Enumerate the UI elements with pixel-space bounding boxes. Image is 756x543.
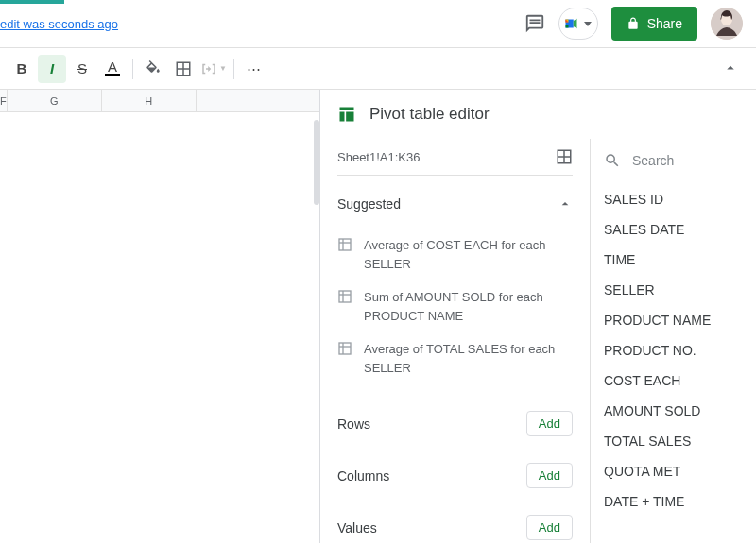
select-range-icon[interactable] <box>556 148 573 165</box>
svg-rect-11 <box>339 291 351 302</box>
field-item[interactable]: SALES ID <box>604 184 756 214</box>
italic-button[interactable]: I <box>38 55 66 83</box>
suggestion-item[interactable]: Sum of AMOUNT SOLD for each PRODUCT NAME <box>337 280 573 332</box>
suggested-section-header[interactable]: Suggested <box>337 196 573 212</box>
spreadsheet-grid[interactable]: F G H <box>0 90 319 543</box>
merge-cells-button[interactable]: ▼ <box>199 55 228 83</box>
add-values-button[interactable]: Add <box>526 515 573 540</box>
field-item[interactable]: PRODUCT NO. <box>604 335 756 365</box>
field-item[interactable]: SELLER <box>604 275 756 305</box>
fill-color-button[interactable] <box>139 55 167 83</box>
text-color-button[interactable]: A <box>98 55 127 83</box>
avatar[interactable] <box>711 8 743 40</box>
field-item[interactable]: TIME <box>604 245 756 275</box>
rows-section: Rows Add <box>337 411 573 436</box>
suggestion-text: Average of COST EACH for each SELLER <box>364 236 573 273</box>
pivot-suggestion-icon <box>337 289 352 325</box>
pivot-suggestion-icon <box>337 237 352 273</box>
column-header[interactable]: H <box>102 90 197 111</box>
field-item[interactable]: AMOUNT SOLD <box>604 396 756 426</box>
pivot-suggestion-icon <box>337 341 352 377</box>
suggestion-item[interactable]: Average of TOTAL SALES for each SELLER <box>337 332 573 384</box>
vertical-scrollbar[interactable] <box>314 120 319 205</box>
borders-button[interactable] <box>169 55 198 83</box>
app-topbar: edit was seconds ago Share <box>0 0 756 47</box>
field-item[interactable]: QUOTA MET <box>604 456 756 486</box>
share-label: Share <box>647 16 682 31</box>
format-toolbar: B I S A ▼ ⋯ <box>0 47 756 89</box>
suggestion-item[interactable]: Average of COST EACH for each SELLER <box>337 229 573 280</box>
add-rows-button[interactable]: Add <box>526 411 573 436</box>
fields-list: SALES ID SALES DATE TIME SELLER PRODUCT … <box>591 139 756 543</box>
chevron-down-icon <box>584 22 592 26</box>
search-icon <box>604 152 621 169</box>
collapse-toolbar-button[interactable] <box>722 59 739 76</box>
bold-button[interactable]: B <box>8 55 36 83</box>
columns-label: Columns <box>337 468 389 484</box>
columns-section: Columns Add <box>337 463 573 488</box>
share-button[interactable]: Share <box>611 7 697 41</box>
comment-history-icon[interactable] <box>524 13 545 34</box>
fields-search-input[interactable] <box>632 153 756 168</box>
column-header[interactable]: G <box>8 90 102 111</box>
svg-rect-8 <box>339 239 351 250</box>
rows-label: Rows <box>337 416 370 432</box>
meet-button[interactable] <box>558 8 598 40</box>
field-item[interactable]: TOTAL SALES <box>604 426 756 456</box>
data-range-text: Sheet1!A1:K36 <box>337 150 420 164</box>
data-range-row[interactable]: Sheet1!A1:K36 <box>337 139 573 176</box>
edit-status-link[interactable]: edit was seconds ago <box>0 17 118 31</box>
field-item[interactable]: DATE + TIME <box>604 486 756 517</box>
chevron-up-icon <box>558 196 573 212</box>
column-header[interactable]: F <box>0 90 8 111</box>
field-item[interactable]: SALES DATE <box>604 214 756 245</box>
values-section: Values Add <box>337 515 573 540</box>
suggestion-text: Average of TOTAL SALES for each SELLER <box>364 340 573 377</box>
strikethrough-button[interactable]: S <box>68 55 96 83</box>
add-columns-button[interactable]: Add <box>526 463 573 488</box>
svg-rect-14 <box>339 343 351 354</box>
values-label: Values <box>337 520 377 535</box>
pivot-table-editor-panel: Pivot table editor Sheet1!A1:K36 Suggest… <box>319 90 756 543</box>
pivot-table-icon <box>337 105 356 124</box>
field-item[interactable]: PRODUCT NAME <box>604 305 756 335</box>
field-item[interactable]: COST EACH <box>604 365 756 396</box>
more-button[interactable]: ⋯ <box>240 55 268 83</box>
suggestion-text: Sum of AMOUNT SOLD for each PRODUCT NAME <box>364 288 573 325</box>
suggested-title: Suggested <box>337 196 401 212</box>
panel-title: Pivot table editor <box>369 105 756 124</box>
